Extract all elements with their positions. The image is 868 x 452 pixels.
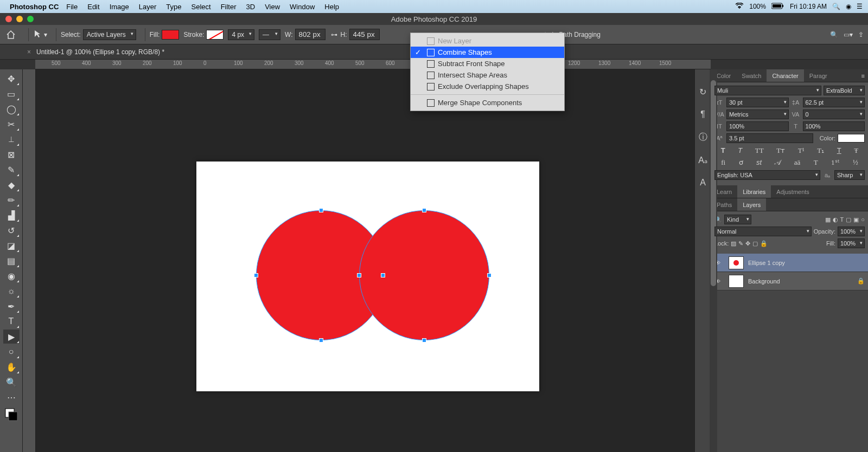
wifi-icon[interactable] [735,3,744,11]
lock-pixels-icon[interactable]: ✎ [738,240,743,247]
baseline-shift-input[interactable]: 3.5 pt [726,133,813,143]
zoom-tool[interactable]: 🔍 [3,375,20,389]
menu-item-combine-shapes[interactable]: ✓Combine Shapes [411,47,564,58]
gradient-tool[interactable]: ▤ [3,254,20,268]
italic-button[interactable]: T [738,146,742,155]
lasso-tool[interactable]: ◯ [3,102,20,116]
underline-button[interactable]: T [837,146,841,155]
filter-shape-icon[interactable]: ▢ [846,216,851,223]
tab-adjustments[interactable]: Adjustments [771,185,815,198]
tracking-input[interactable]: 0 [803,109,865,119]
siri-icon[interactable]: ◉ [846,3,851,10]
zoom-window-button[interactable] [27,16,34,22]
tab-libraries[interactable]: Libraries [737,185,771,198]
ligatures-button[interactable]: fi [721,158,725,167]
menu-filter[interactable]: Filter [221,3,237,11]
discretionary-button[interactable]: st [756,158,762,167]
layer-thumbnail[interactable] [729,275,744,288]
hand-tool[interactable]: ✋ [3,360,20,374]
menu-view[interactable]: View [265,3,280,11]
contextual-alt-button[interactable]: ơ [739,158,743,167]
superscript-button[interactable]: T¹ [798,146,805,155]
share-icon[interactable]: ⇪ [858,31,864,38]
vertical-scrollbar[interactable] [710,69,717,452]
layer-name[interactable]: Ellipse 1 copy [748,260,865,266]
dodge-tool[interactable]: ☼ [3,284,20,298]
height-input[interactable] [349,29,380,40]
menu-item-subtract-front-shape[interactable]: Subtract Front Shape [411,58,564,69]
edit-toolbar[interactable]: ⋯ [3,390,20,404]
menu-3d[interactable]: 3D [246,3,256,11]
width-input[interactable] [295,29,326,40]
path-selection-tool-icon[interactable] [33,29,42,40]
selection-handle[interactable] [422,208,426,212]
glyphs-panel-icon[interactable]: ⓘ [697,131,709,143]
smallcaps-button[interactable]: Tᴛ [776,146,785,155]
selection-handle[interactable] [254,273,258,277]
swash-button[interactable]: 𝒜 [775,158,781,167]
select-mode-dropdown[interactable]: Active Layers [83,29,136,40]
link-dimensions-icon[interactable]: ⊶ [331,31,337,38]
marquee-tool[interactable]: ▭ [3,87,20,101]
menu-type[interactable]: Type [166,3,181,11]
stroke-style-dropdown[interactable]: — [259,29,280,40]
menu-edit[interactable]: Edit [87,3,99,11]
fractions-button[interactable]: ½ [853,158,858,167]
layer-thumbnail[interactable] [729,256,744,269]
search-icon[interactable]: 🔍 [830,31,838,38]
blur-tool[interactable]: ◉ [3,269,20,283]
selection-handle[interactable] [381,273,385,277]
filter-type-icon[interactable]: T [840,216,844,223]
workspace-switcher-icon[interactable]: ▭▾ [844,31,853,38]
subscript-button[interactable]: T₁ [817,146,824,155]
menu-item-intersect-shape-areas[interactable]: Intersect Shape Areas [411,69,564,81]
eraser-tool[interactable]: ◪ [3,238,20,253]
crop-tool[interactable]: ⟂ [3,132,20,146]
stamp-tool[interactable]: ▟ [3,208,20,222]
selection-handle[interactable] [319,338,323,343]
tab-character[interactable]: Character [767,69,803,82]
lock-all-icon[interactable]: 🔒 [760,240,768,247]
layer-row[interactable]: 👁 Ellipse 1 copy [711,254,868,272]
document-tab-title[interactable]: Untitled-1 @ 100% (Ellipse 1 copy, RGB/8… [36,48,164,56]
selection-handle[interactable] [319,208,323,212]
filter-pixel-icon[interactable]: ▦ [825,216,831,223]
leading-input[interactable]: 62.5 pt [803,98,865,107]
selection-handle[interactable] [422,338,426,343]
menu-item-merge-shape-components[interactable]: Merge Shape Components [411,97,564,108]
pen-tool[interactable]: ✒ [3,299,20,313]
foreground-background-swatch[interactable] [3,405,20,424]
menu-window[interactable]: Window [290,3,315,11]
language-dropdown[interactable]: English: USA [714,170,820,180]
layer-filter-dropdown[interactable]: Kind [724,215,751,224]
strikethrough-button[interactable]: Ŧ [854,146,858,155]
quick-select-tool[interactable]: ✂ [3,117,20,131]
canvas-area[interactable] [23,69,694,452]
filter-toggle-icon[interactable]: ○ [861,216,865,223]
layer-name[interactable]: Background [748,278,857,285]
tab-layers[interactable]: Layers [737,198,766,211]
layer-opacity-input[interactable]: 100% [838,227,865,236]
fill-opacity-input[interactable]: 100% [838,238,865,248]
kerning-dropdown[interactable]: Metrics [726,109,789,119]
stylistic-alt-button[interactable]: aā [794,158,801,167]
menu-file[interactable]: File [66,3,78,11]
menu-select[interactable]: Select [191,3,210,11]
ordinals-button[interactable]: 1ˢᵗ [831,158,840,167]
menu-extra-icon[interactable]: ☰ [857,3,863,10]
tool-preset-dropdown[interactable]: ▾ [44,31,47,38]
selection-handle[interactable] [487,273,492,277]
type-tool[interactable]: T [3,314,20,328]
move-tool[interactable]: ✥ [3,72,20,86]
close-window-button[interactable] [5,16,12,22]
layer-row[interactable]: 👁 Background 🔒 [711,272,868,290]
text-color-swatch[interactable] [838,134,865,143]
tab-swatches[interactable]: Swatch [736,69,767,82]
selection-handle[interactable] [357,273,361,277]
path-selection-tool[interactable]: ▶ [3,330,20,344]
fill-color-swatch[interactable] [162,30,179,40]
eyedropper-tool[interactable]: ✎ [3,163,20,177]
font-family-dropdown[interactable]: Muli [714,86,821,95]
history-brush-tool[interactable]: ↺ [3,223,20,237]
stroke-color-swatch[interactable] [206,30,224,40]
